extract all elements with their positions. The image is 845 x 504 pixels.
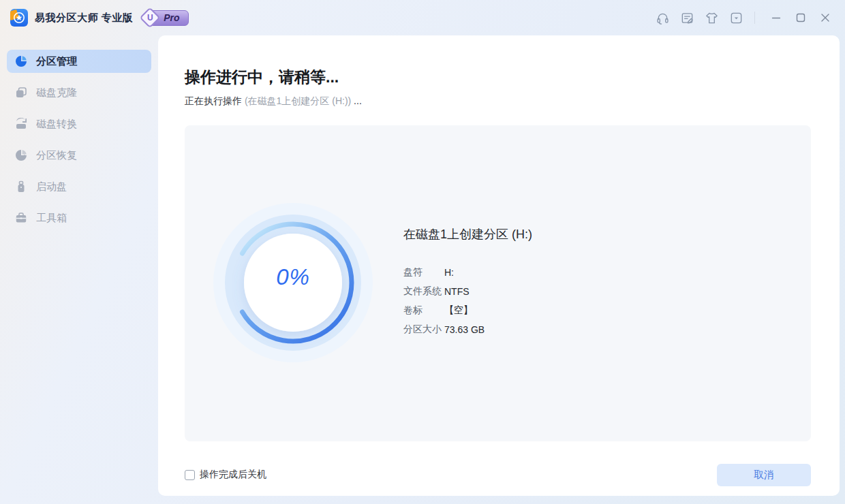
feedback-note-icon[interactable] xyxy=(677,7,697,28)
progress-panel: 0% 在磁盘1上创建分区 (H:) 盘符 H: 文件系统 NTFS 卷标 【空】… xyxy=(185,125,811,441)
status-operation: (在磁盘1上创建分区 (H:)) xyxy=(245,95,351,106)
sidebar-item-label: 启动盘 xyxy=(36,180,67,193)
detail-row-file-system: 文件系统 NTFS xyxy=(403,282,532,301)
bootable-usb-icon xyxy=(15,180,27,193)
titlebar-divider xyxy=(754,12,755,24)
app-title: 易我分区大师 专业版 xyxy=(35,12,133,25)
sidebar-item-label: 分区恢复 xyxy=(36,149,77,162)
sidebar-item-label: 工具箱 xyxy=(36,212,67,225)
sidebar-item-bootable-media[interactable]: 启动盘 xyxy=(7,175,151,198)
page-title: 操作进行中，请稍等... xyxy=(185,67,339,88)
detail-row-volume-label: 卷标 【空】 xyxy=(403,301,532,320)
sidebar-item-disk-clone[interactable]: 磁盘克隆 xyxy=(7,81,151,104)
maximize-button[interactable] xyxy=(790,7,811,28)
sidebar-item-disk-convert[interactable]: 磁盘转换 xyxy=(7,112,151,136)
footer: 操作完成后关机 取消 xyxy=(185,463,811,486)
theme-shirt-icon[interactable] xyxy=(701,7,722,28)
main-content: 操作进行中，请稍等... 正在执行操作 (在磁盘1上创建分区 (H:)) ...… xyxy=(158,35,840,496)
pro-badge-label: Pro xyxy=(164,12,179,23)
sidebar-item-toolbox[interactable]: 工具箱 xyxy=(7,206,151,230)
sidebar-item-label: 磁盘转换 xyxy=(36,118,77,131)
app-logo-icon xyxy=(10,9,28,27)
sidebar-item-partition-management[interactable]: 分区管理 xyxy=(7,50,151,73)
progress-percent: 0% xyxy=(252,264,334,290)
status-prefix: 正在执行操作 xyxy=(185,95,245,106)
detail-row-partition-size: 分区大小 73.63 GB xyxy=(403,320,532,339)
toolbox-icon xyxy=(15,212,27,224)
shutdown-label: 操作完成后关机 xyxy=(200,469,266,481)
minimize-button[interactable] xyxy=(766,7,786,28)
status-suffix: ... xyxy=(351,95,362,106)
sidebar: 分区管理 磁盘克隆 磁盘转换 分区恢复 xyxy=(0,35,158,504)
pro-badge: U Pro xyxy=(142,10,188,26)
titlebar: 易我分区大师 专业版 U Pro xyxy=(0,0,845,35)
detail-row-drive-letter: 盘符 H: xyxy=(403,263,532,282)
disk-convert-icon xyxy=(15,118,27,130)
sidebar-item-label: 磁盘克隆 xyxy=(36,86,77,99)
pie-partition-icon xyxy=(15,55,27,67)
operation-details: 在磁盘1上创建分区 (H:) 盘符 H: 文件系统 NTFS 卷标 【空】 分区… xyxy=(403,226,532,339)
shutdown-checkbox[interactable] xyxy=(185,470,195,480)
headset-support-icon[interactable] xyxy=(652,7,673,28)
close-button[interactable] xyxy=(815,7,835,28)
sidebar-item-label: 分区管理 xyxy=(36,55,77,68)
disk-clone-icon xyxy=(15,86,27,99)
operation-title: 在磁盘1上创建分区 (H:) xyxy=(403,226,532,242)
partition-recovery-icon xyxy=(15,149,27,161)
menu-dropdown-icon[interactable] xyxy=(726,7,746,28)
cancel-button[interactable]: 取消 xyxy=(717,464,811,486)
shutdown-after-completion-option[interactable]: 操作完成后关机 xyxy=(185,469,266,481)
sidebar-item-partition-recovery[interactable]: 分区恢复 xyxy=(7,144,151,167)
operation-status-line: 正在执行操作 (在磁盘1上创建分区 (H:)) ... xyxy=(185,95,362,108)
